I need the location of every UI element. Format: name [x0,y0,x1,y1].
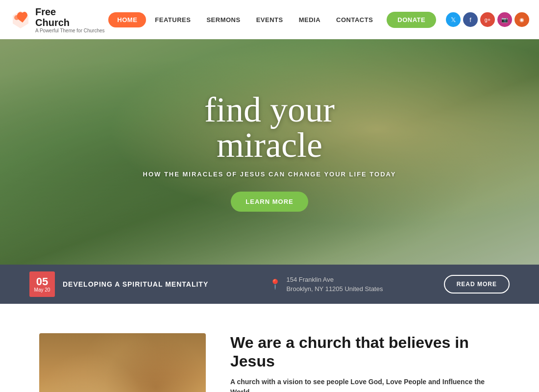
event-banner: 05 May 20 DEVELOPING A SPIRITUAL MENTALI… [0,265,539,304]
read-more-button[interactable]: READ MORE [444,275,510,294]
about-text: We are a church that believes in Jesus A… [230,333,500,392]
site-header: Free Church A Powerful Theme for Churche… [0,0,539,39]
twitter-icon[interactable]: 𝕏 [446,12,461,27]
logo-area[interactable]: Free Church A Powerful Theme for Churche… [10,6,105,33]
hero-content: find your miracle HOW THE MIRACLES OF JE… [123,92,416,212]
about-tagline: A church with a vision to see people Lov… [230,377,500,392]
nav-sermons[interactable]: SERMONS [199,12,247,27]
event-title: DEVELOPING A SPIRITUAL MENTALITY [63,280,208,288]
about-section: We are a church that believes in Jesus A… [0,304,539,392]
logo-title: Free Church [35,6,105,28]
google-icon[interactable]: g+ [480,12,495,27]
event-location-text: 154 Franklin Ave Brooklyn, NY 11205 Unit… [286,275,383,294]
about-image [39,333,206,392]
about-heading: We are a church that believes in Jesus [230,333,500,371]
hero-title: find your miracle [143,92,396,163]
learn-more-button[interactable]: LEARN MORE [231,192,308,212]
nav-home[interactable]: HOME [108,12,146,27]
event-location-line2: Brooklyn, NY 11205 United States [286,284,383,294]
event-location: 📍 154 Franklin Ave Brooklyn, NY 11205 Un… [269,275,383,294]
logo-icon [10,9,31,30]
svg-point-1 [14,15,19,20]
nav-events[interactable]: EVENTS [249,12,290,27]
event-month: May 20 [34,287,50,293]
event-location-line1: 154 Franklin Ave [286,275,383,285]
facebook-icon[interactable]: f [463,12,478,27]
logo-subtitle: A Powerful Theme for Churches [35,28,105,33]
instagram-icon[interactable]: 📷 [497,12,512,27]
main-nav: HOME FEATURES SERMONS EVENTS MEDIA CONTA… [108,12,436,28]
event-left: 05 May 20 DEVELOPING A SPIRITUAL MENTALI… [29,271,208,297]
hero-section: find your miracle HOW THE MIRACLES OF JE… [0,39,539,265]
nav-contacts[interactable]: CONTACTS [329,12,380,27]
event-day: 05 [36,276,48,287]
hands-image [39,333,206,392]
nav-media[interactable]: MEDIA [292,12,327,27]
donate-button[interactable]: DONATE [387,12,436,28]
location-pin-icon: 📍 [269,278,281,290]
event-date-box: 05 May 20 [29,271,55,297]
logo-text-area: Free Church A Powerful Theme for Churche… [35,6,105,33]
rss-icon[interactable]: ◉ [514,12,529,27]
nav-features[interactable]: FEATURES [148,12,197,27]
social-icons: 𝕏 f g+ 📷 ◉ [446,12,529,27]
hero-subtitle: HOW THE MIRACLES OF JESUS CAN CHANGE YOU… [143,171,396,178]
